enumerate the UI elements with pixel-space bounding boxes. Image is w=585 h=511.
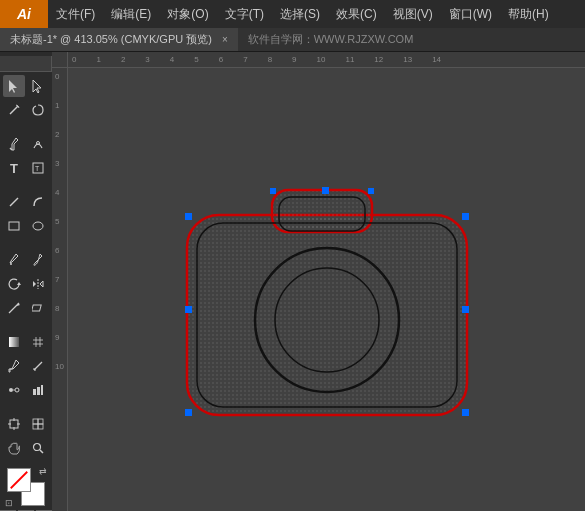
- svg-rect-42: [38, 424, 43, 429]
- tool-group-shape: [0, 188, 52, 240]
- magic-wand-tool[interactable]: [3, 99, 25, 121]
- svg-rect-61: [185, 306, 192, 313]
- svg-line-25: [34, 362, 42, 370]
- menu-object[interactable]: 对象(O): [159, 0, 216, 28]
- left-toolbar: T T: [0, 52, 52, 511]
- rect-tool[interactable]: [3, 215, 25, 237]
- ruler-corner-main: [52, 52, 68, 68]
- svg-line-3: [16, 105, 18, 106]
- lasso-tool[interactable]: [27, 99, 49, 121]
- svg-line-8: [10, 198, 18, 206]
- active-tab[interactable]: 未标题-1* @ 413.05% (CMYK/GPU 预览) ×: [0, 28, 238, 51]
- svg-marker-14: [33, 281, 36, 287]
- reflect-tool[interactable]: [27, 273, 49, 295]
- horizontal-ruler: 0 1 2 3 4 5 6 7 8 9 10 11 12 13 14: [68, 52, 585, 68]
- ruler-marks-h: 0 1 2 3 4 5 6 7 8 9 10 11 12 13 14: [72, 55, 441, 64]
- measure-tool[interactable]: [27, 355, 49, 377]
- ellipse-tool[interactable]: [27, 215, 49, 237]
- artboard[interactable]: [68, 68, 585, 511]
- svg-point-28: [9, 388, 13, 392]
- svg-marker-1: [33, 80, 41, 93]
- tab-bar: 未标题-1* @ 413.05% (CMYK/GPU 预览) × 软件自学网：W…: [0, 28, 585, 52]
- shear-tool[interactable]: [27, 297, 49, 319]
- svg-point-10: [33, 222, 43, 230]
- menu-effect[interactable]: 效果(C): [328, 0, 385, 28]
- line-tool[interactable]: [3, 191, 25, 213]
- blend-tool[interactable]: [3, 379, 25, 401]
- menu-type[interactable]: 文字(T): [217, 0, 272, 28]
- app-logo: Ai: [0, 0, 48, 28]
- svg-rect-57: [462, 213, 469, 220]
- canvas-content: 0 1 2 3 4 5 6 7 8 9 10: [52, 68, 585, 511]
- tool-group-paint: [0, 246, 52, 322]
- svg-rect-58: [462, 306, 469, 313]
- svg-point-11: [10, 263, 12, 265]
- svg-rect-33: [41, 385, 43, 395]
- bar-chart-tool[interactable]: [27, 379, 49, 401]
- direct-select-tool[interactable]: [27, 75, 49, 97]
- curvature-tool[interactable]: [27, 133, 49, 155]
- gradient-tool[interactable]: [3, 331, 25, 353]
- svg-rect-40: [38, 419, 43, 424]
- foreground-color[interactable]: [7, 468, 31, 492]
- svg-rect-32: [37, 387, 40, 395]
- mesh-tool[interactable]: [27, 331, 49, 353]
- vertical-ruler: 0 1 2 3 4 5 6 7 8 9 10: [52, 68, 68, 511]
- type-tool[interactable]: T: [3, 157, 25, 179]
- eyedropper-tool[interactable]: [3, 355, 25, 377]
- svg-rect-39: [33, 419, 38, 424]
- svg-point-5: [37, 142, 40, 145]
- svg-rect-62: [270, 188, 276, 194]
- menu-select[interactable]: 选择(S): [272, 0, 328, 28]
- svg-line-17: [9, 308, 14, 313]
- slice-tool[interactable]: [27, 413, 49, 435]
- tab-website: 软件自学网：WWW.RJZXW.COM: [238, 28, 424, 51]
- swap-colors-icon[interactable]: ⇄: [39, 466, 47, 476]
- svg-rect-63: [368, 188, 374, 194]
- arc-tool[interactable]: [27, 191, 49, 213]
- tab-close-button[interactable]: ×: [222, 34, 228, 45]
- rotate-tool[interactable]: [3, 273, 25, 295]
- menu-file[interactable]: 文件(F): [48, 0, 103, 28]
- camera-icon-drawing: [167, 145, 487, 435]
- ruler-marks-v: 0 1 2 3 4 5 6 7 8 9 10: [55, 72, 64, 371]
- menu-help[interactable]: 帮助(H): [500, 0, 557, 28]
- svg-rect-60: [185, 409, 192, 416]
- svg-marker-15: [40, 281, 43, 287]
- main-layout: T T: [0, 52, 585, 511]
- select-tool[interactable]: [3, 75, 25, 97]
- svg-text:T: T: [35, 165, 40, 172]
- menu-items: 文件(F) 编辑(E) 对象(O) 文字(T) 选择(S) 效果(C) 视图(V…: [48, 0, 557, 28]
- pen-tool[interactable]: [3, 133, 25, 155]
- svg-point-29: [15, 388, 19, 392]
- svg-rect-49: [187, 215, 467, 415]
- menu-window[interactable]: 窗口(W): [441, 0, 500, 28]
- tool-group-view: [0, 410, 52, 462]
- tool-group-gradient: [0, 328, 52, 404]
- svg-rect-9: [9, 222, 19, 230]
- scale-tool[interactable]: [3, 297, 25, 319]
- canvas-area: 0 1 2 3 4 5 6 7 8 9 10 11 12 13 14: [52, 52, 585, 511]
- svg-rect-56: [322, 187, 329, 194]
- svg-rect-20: [9, 337, 19, 347]
- svg-marker-12: [17, 282, 21, 285]
- area-type-tool[interactable]: T: [27, 157, 49, 179]
- svg-line-2: [10, 106, 18, 114]
- blob-brush-tool[interactable]: [27, 249, 49, 271]
- menu-edit[interactable]: 编辑(E): [103, 0, 159, 28]
- tab-label: 未标题-1* @ 413.05% (CMYK/GPU 预览): [10, 32, 212, 47]
- svg-line-44: [40, 450, 43, 453]
- tool-group-pen: T T: [0, 130, 52, 182]
- paintbrush-tool[interactable]: [3, 249, 25, 271]
- zoom-tool[interactable]: [27, 437, 49, 459]
- reset-colors-icon[interactable]: ⊡: [5, 498, 13, 508]
- menu-bar: Ai 文件(F) 编辑(E) 对象(O) 文字(T) 选择(S) 效果(C) 视…: [0, 0, 585, 28]
- svg-rect-55: [185, 213, 192, 220]
- svg-rect-59: [462, 409, 469, 416]
- hand-tool[interactable]: [3, 437, 25, 459]
- menu-view[interactable]: 视图(V): [385, 0, 441, 28]
- ruler-corner: [0, 56, 52, 72]
- ruler-row: 0 1 2 3 4 5 6 7 8 9 10 11 12 13 14: [52, 52, 585, 68]
- color-boxes: ⇄ ⊡: [7, 468, 45, 506]
- artboard-tool[interactable]: [3, 413, 25, 435]
